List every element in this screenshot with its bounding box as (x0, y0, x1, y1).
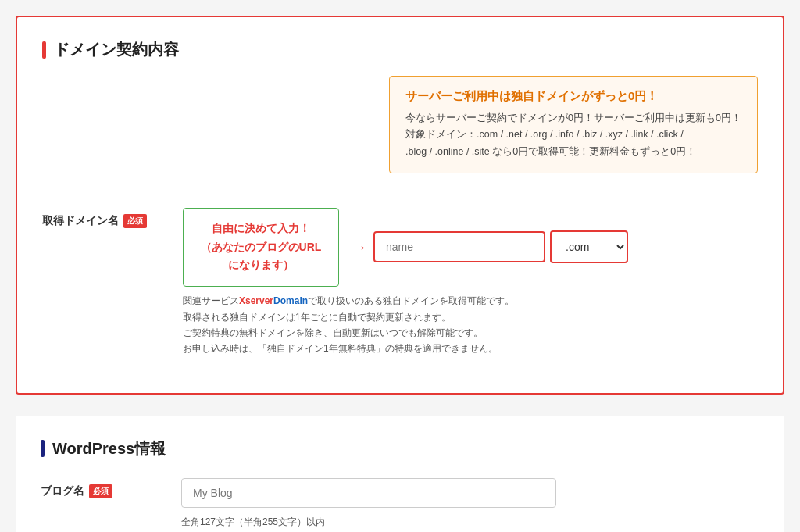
blog-name-content: 全角127文字（半角255文字）以内 (181, 478, 759, 530)
blog-name-required-badge: 必須 (89, 484, 112, 498)
arrow-icon: → (352, 238, 367, 256)
domain-field-label: 取得ドメイン名 必須 (42, 208, 183, 228)
domain-field-content: 自由に決めて入力！ （あなたのブログのURLになります） → .com .net… (183, 208, 758, 357)
hint-line2: （あなたのブログのURLになります） (198, 238, 324, 276)
wordpress-section: WordPress情報 ブログ名 必須 全角127文字（半角255文字）以内 ユ… (16, 416, 784, 532)
domain-field-note: 関連サービスXserverDomainで取り扱いのある独自ドメインを取得可能です… (183, 293, 758, 357)
blog-name-input[interactable] (181, 478, 556, 508)
domain-label-text: 取得ドメイン名 (42, 214, 119, 228)
hint-line1: 自由に決めて入力！ (198, 220, 324, 238)
wp-section-title: WordPress情報 (41, 438, 759, 459)
domain-section-title: ドメイン契約内容 (42, 39, 758, 60)
blog-name-row: ブログ名 必須 全角127文字（半角255文字）以内 (41, 478, 759, 530)
blog-name-note: 全角127文字（半角255文字）以内 (181, 514, 759, 530)
domain-tld-select[interactable]: .com .net .org .info .biz .xyz .link .cl… (550, 230, 628, 263)
domain-input-area: 自由に決めて入力！ （あなたのブログのURLになります） → .com .net… (183, 208, 758, 287)
blog-name-label: ブログ名 必須 (41, 478, 181, 498)
domain-name-input[interactable] (373, 231, 545, 262)
blog-name-label-text: ブログ名 (41, 484, 84, 498)
info-box-title: サーバーご利用中は独自ドメインがずっと0円！ (405, 89, 741, 104)
info-box-text: 今ならサーバーご契約でドメインが0円！サーバーご利用中は更新も0円！ 対象ドメイ… (405, 110, 741, 160)
domain-info-box: サーバーご利用中は独自ドメインがずっと0円！ 今ならサーバーご契約でドメインが0… (389, 76, 758, 173)
domain-hint-box: 自由に決めて入力！ （あなたのブログのURLになります） (183, 208, 339, 287)
domain-field-row: 取得ドメイン名 必須 自由に決めて入力！ （あなたのブログのURLになります） … (42, 208, 758, 357)
wp-title-text: WordPress情報 (52, 438, 166, 459)
domain-section: ドメイン契約内容 サーバーご利用中は独自ドメインがずっと0円！ 今ならサーバーご… (16, 16, 784, 395)
domain-title-text: ドメイン契約内容 (54, 39, 179, 60)
domain-required-badge: 必須 (123, 214, 147, 228)
